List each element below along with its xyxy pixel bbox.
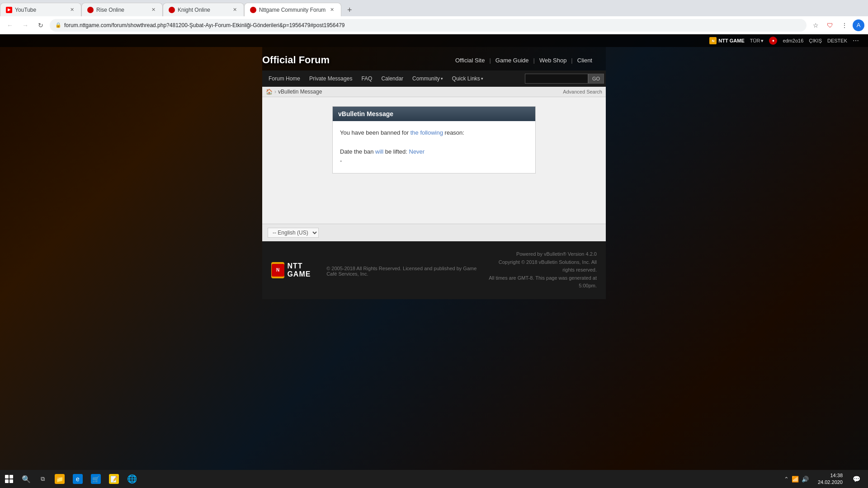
forum-footer: N NTT GAME © 2005-2018 All Rights Reserv… <box>262 241 606 299</box>
footer-right: Powered by vBulletin® Version 4.2.0 Copy… <box>486 250 597 290</box>
game-guide-link[interactable]: Game Guide <box>491 57 533 64</box>
youtube-favicon: ▶ <box>6 7 12 13</box>
tab-knight-online[interactable]: Knight Online ✕ <box>163 3 244 16</box>
ntt-footer-logo: N NTT GAME <box>271 262 321 278</box>
taskbar-app-store[interactable]: 🛒 <box>87 470 105 488</box>
support-link[interactable]: DESTEK <box>827 38 847 43</box>
taskbar-search-icon[interactable]: 🔍 <box>18 470 34 488</box>
new-tab-button[interactable]: + <box>343 4 356 16</box>
ntt-game-footer-text: NTT GAME <box>287 262 321 278</box>
more-options-icon[interactable]: ⋯ <box>853 37 859 44</box>
footer-copy-text: © 2005-2018 All Rights Reserved. License… <box>326 266 486 277</box>
reload-button[interactable]: ↻ <box>34 19 47 32</box>
vb-copyright-text: Copyright © 2018 vBulletin Solutions, In… <box>486 258 597 274</box>
bookmark-icon[interactable]: ☆ <box>809 19 822 32</box>
search-area: GO <box>525 74 606 84</box>
forum-title: Official Forum <box>262 54 330 66</box>
search-go-button[interactable]: GO <box>588 74 604 84</box>
browser-content: N NTT GAME TÜR ▾ ● edm2o16 ÇIKIŞ DESTEK … <box>0 34 868 488</box>
tab-youtube-title: YouTube <box>15 7 66 13</box>
taskbar-right: ⌃ 📶 🔊 14:38 24.02.2020 💬 <box>780 470 868 488</box>
nav-calendar[interactable]: Calendar <box>377 70 408 87</box>
ntt-logo-big-icon: N <box>271 262 284 278</box>
ban-highlight-will: will <box>375 148 383 155</box>
shield-icon[interactable]: 🛡 <box>824 19 836 32</box>
tab-nttgame-title: Nttgame Community Forum <box>259 7 326 13</box>
tab-nttgame-close[interactable]: ✕ <box>328 6 335 14</box>
vbulletin-message-box: vBulletin Message You have been banned f… <box>332 106 536 174</box>
nav-quick-links[interactable]: Quick Links ▾ <box>448 70 488 87</box>
nav-community[interactable]: Community ▾ <box>408 70 448 87</box>
volume-icon[interactable]: 🔊 <box>802 476 809 483</box>
start-button[interactable] <box>0 470 18 488</box>
network-icon[interactable]: 📶 <box>792 476 799 483</box>
taskbar-app-files[interactable]: 📁 <box>51 470 69 488</box>
notes-icon: 📝 <box>109 474 119 484</box>
forum-wrapper: Official Forum Official Site | Game Guid… <box>262 47 606 318</box>
language-select[interactable]: -- English (US) <box>268 228 319 238</box>
tab-nttgame-forum[interactable]: Nttgame Community Forum ✕ <box>244 3 341 16</box>
clock-date: 24.02.2020 <box>818 479 843 486</box>
vbulletin-body: You have been banned for the following r… <box>333 121 535 173</box>
tab-youtube-close[interactable]: ✕ <box>68 6 75 14</box>
web-shop-link[interactable]: Web Shop <box>535 57 571 64</box>
url-bar[interactable]: 🔒 forum.nttgame.com/forum/showthread.php… <box>50 19 807 32</box>
lang-selector[interactable]: TÜR ▾ <box>750 38 764 44</box>
browser-frame: ▶ YouTube ✕ Rise Online ✕ Knight Online … <box>0 0 868 488</box>
official-site-link[interactable]: Official Site <box>451 57 490 64</box>
taskbar-app-edge[interactable]: e <box>69 470 87 488</box>
vbulletin-title: vBulletin Message <box>338 110 393 117</box>
ntt-name: NTT GAME <box>718 38 744 43</box>
tab-rise-online[interactable]: Rise Online ✕ <box>81 3 163 16</box>
tab-knight-online-title: Knight Online <box>178 7 228 13</box>
tab-rise-online-close[interactable]: ✕ <box>150 6 157 14</box>
chrome-icon: 🌐 <box>127 474 137 484</box>
menu-icon[interactable]: ⋮ <box>838 19 851 32</box>
ban-lifted-text: Date the ban will be lifted: Never <box>340 147 528 157</box>
client-link[interactable]: Client <box>573 57 597 64</box>
task-view-button[interactable]: ⧉ <box>34 470 51 488</box>
ban-highlight-following: following <box>420 129 443 136</box>
nav-faq[interactable]: FAQ <box>357 70 377 87</box>
taskbar-app-chrome[interactable]: 🌐 <box>123 470 141 488</box>
breadcrumb-home-icon[interactable]: 🏠 <box>266 89 273 95</box>
notification-button[interactable]: 💬 <box>848 470 864 488</box>
forum-main-content: vBulletin Message You have been banned f… <box>262 97 606 224</box>
footer-copyright: © 2005-2018 All Rights Reserved. License… <box>326 264 486 277</box>
tab-rise-online-title: Rise Online <box>96 7 147 13</box>
breadcrumb-current: vBulletin Message <box>278 89 322 95</box>
ban-dash: - <box>340 156 528 166</box>
url-text: forum.nttgame.com/forum/showthread.php?4… <box>64 22 344 28</box>
back-button[interactable]: ← <box>4 19 16 32</box>
ntt-logo-header: N NTT GAME <box>709 37 744 44</box>
ban-highlight-never: Never <box>409 148 425 155</box>
system-tray: ⌃ 📶 🔊 <box>780 476 812 483</box>
ntt-inner-icon: N <box>272 264 284 277</box>
tab-youtube[interactable]: ▶ YouTube ✕ <box>0 3 81 16</box>
breadcrumb-bar: 🏠 › vBulletin Message Advanced Search <box>262 87 606 97</box>
toolbar-actions: ☆ 🛡 ⋮ A <box>809 19 864 32</box>
forward-button[interactable]: → <box>19 19 32 32</box>
address-bar: ← → ↻ 🔒 forum.nttgame.com/forum/showthre… <box>0 16 868 34</box>
language-bar: -- English (US) <box>262 224 606 241</box>
tray-arrow-icon[interactable]: ⌃ <box>784 476 789 483</box>
search-input[interactable] <box>525 74 588 84</box>
profile-button[interactable]: A <box>853 19 864 31</box>
tab-knight-online-close[interactable]: ✕ <box>231 6 238 14</box>
forum-header: Official Forum Official Site | Game Guid… <box>262 47 606 70</box>
user-avatar-badge: ● <box>769 37 777 45</box>
rise-online-favicon <box>87 7 94 13</box>
store-icon: 🛒 <box>91 474 101 484</box>
nav-private-messages[interactable]: Private Messages <box>305 70 357 87</box>
advanced-search-link[interactable]: Advanced Search <box>563 89 602 94</box>
ban-highlight-the: the <box>410 129 419 136</box>
forum-header-nav: Official Site | Game Guide | Web Shop | … <box>451 57 597 64</box>
forum-nav-left: Forum Home Private Messages FAQ Calendar… <box>262 70 488 87</box>
windows-icon <box>5 475 13 483</box>
logout-link[interactable]: ÇIKIŞ <box>809 38 822 43</box>
username-link[interactable]: edm2o16 <box>783 38 803 43</box>
taskbar: 🔍 ⧉ 📁 e 🛒 📝 🌐 <box>0 470 868 488</box>
taskbar-app-notes[interactable]: 📝 <box>105 470 123 488</box>
nav-forum-home[interactable]: Forum Home <box>264 70 305 87</box>
files-icon: 📁 <box>55 474 65 484</box>
